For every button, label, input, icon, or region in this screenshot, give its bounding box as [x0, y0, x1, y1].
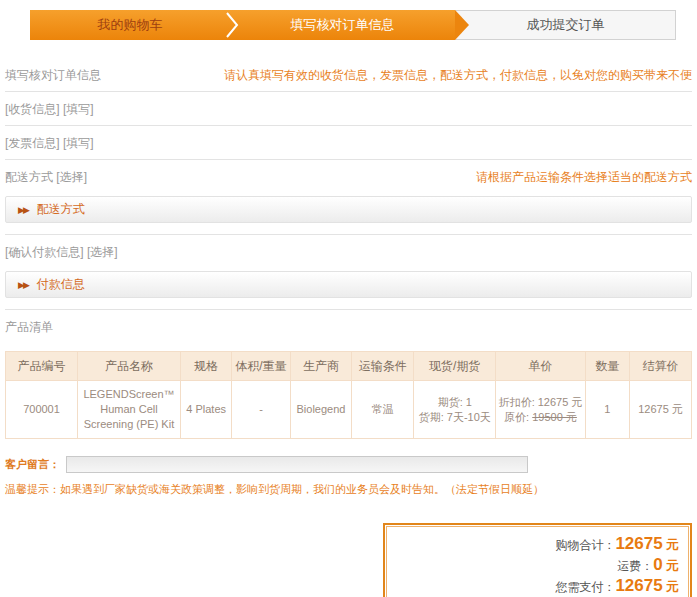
product-transport-condition: 常温: [352, 381, 414, 439]
shipping-info-label: [收货信息]: [5, 102, 60, 116]
step-fill-order-info[interactable]: 填写核对订单信息: [230, 10, 455, 40]
col-transport: 运输条件: [352, 352, 414, 381]
shipping-info-row: [收货信息] [填写]: [5, 92, 692, 125]
section-hint: 请认真填写有效的收货信息，发票信息，配送方式，付款信息，以免对您的购买带来不便: [224, 67, 692, 84]
section-header-row: 填写核对订单信息 请认真填写有效的收货信息，发票信息，配送方式，付款信息，以免对…: [5, 58, 692, 91]
original-price-label: 原价:: [504, 411, 532, 423]
col-settle-price: 结算价: [630, 352, 692, 381]
product-list-title: 产品清单: [5, 319, 53, 336]
product-stock: 期货: 1 货期: 7天-10天: [414, 381, 496, 439]
double-arrow-icon: ▶▶: [18, 280, 28, 290]
product-quantity: 1: [585, 381, 630, 439]
invoice-info-row: [发票信息] [填写]: [5, 126, 692, 159]
col-volume-weight: 体积/重量: [232, 352, 290, 381]
payment-label: [确认付款信息]: [5, 245, 84, 259]
col-spec: 规格: [180, 352, 231, 381]
delivery-method-bar[interactable]: ▶▶ 配送方式: [5, 196, 692, 223]
subtotal-unit: 元: [666, 537, 679, 552]
shipping-fee-unit: 元: [666, 558, 679, 573]
payable-line: 您需支付：12675 元: [396, 576, 679, 597]
product-list-header-row: 产品清单: [5, 310, 692, 343]
customer-message-input[interactable]: [66, 456, 528, 473]
stock-line1: 期货: 1: [438, 396, 472, 408]
product-table: 产品编号 产品名称 规格 体积/重量 生产商 运输条件 现货/期货 单价 数量 …: [5, 351, 692, 439]
shipping-fee-label: 运费：: [617, 559, 653, 573]
subtotal-value: 12675: [615, 534, 662, 553]
product-spec: 4 Plates: [180, 381, 231, 439]
arrow-right-icon: [455, 10, 469, 40]
product-unit-price: 折扣价: 12675 元 原价: 19500 元: [496, 381, 585, 439]
col-product-name: 产品名称: [78, 352, 181, 381]
order-confirm-page: 我的购物车 填写核对订单信息 成功提交订单 填写核对订单信息 请认真填写有效的收…: [0, 10, 697, 597]
delivery-select-link[interactable]: [选择]: [56, 170, 87, 184]
delivery-label: 配送方式: [5, 170, 53, 184]
shipping-fill-link[interactable]: [填写]: [63, 102, 94, 116]
original-price: 19500 元: [532, 411, 577, 423]
delivery-hint: 请根据产品运输条件选择适当的配送方式: [476, 169, 692, 186]
checkout-progress-steps: 我的购物车 填写核对订单信息 成功提交订单: [30, 10, 676, 40]
payment-select-link[interactable]: [选择]: [87, 245, 118, 259]
col-product-id: 产品编号: [6, 352, 78, 381]
section-title: 填写核对订单信息: [5, 67, 101, 84]
subtotal-label: 购物合计：: [555, 538, 615, 552]
product-manufacturer: Biolegend: [290, 381, 352, 439]
invoice-info-label: [发票信息]: [5, 136, 60, 150]
table-row: 700001 LEGENDScreen™ Human Cell Screenin…: [6, 381, 692, 439]
totals-wrapper: 购物合计：12675 元 运费：0 元 您需支付：12675 元 最终实付金额以…: [5, 523, 692, 597]
invoice-fill-link[interactable]: [填写]: [63, 136, 94, 150]
customer-message-row: 客户留言：: [5, 456, 692, 473]
col-quantity: 数量: [585, 352, 630, 381]
subtotal-line: 购物合计：12675 元: [396, 534, 679, 555]
notice-text: 温馨提示：如果遇到厂家缺货或海关政策调整，影响到货周期，我们的业务员会及时告知。…: [5, 482, 692, 497]
totals-box-inner: 购物合计：12675 元 运费：0 元 您需支付：12675 元 最终实付金额以…: [386, 526, 689, 597]
delivery-bar-label: 配送方式: [37, 201, 85, 218]
product-volume-weight: -: [232, 381, 290, 439]
payment-bar-label: 付款信息: [37, 276, 85, 293]
payable-label: 您需支付：: [555, 580, 615, 594]
delivery-header-row: 配送方式 [选择] 请根据产品运输条件选择适当的配送方式: [5, 160, 692, 193]
payable-value: 12675: [615, 576, 662, 595]
payment-info-bar[interactable]: ▶▶ 付款信息: [5, 271, 692, 298]
product-id-link[interactable]: 700001: [6, 381, 78, 439]
step-my-cart[interactable]: 我的购物车: [30, 10, 230, 40]
table-header-row: 产品编号 产品名称 规格 体积/重量 生产商 运输条件 现货/期货 单价 数量 …: [6, 352, 692, 381]
double-arrow-icon: ▶▶: [18, 205, 28, 215]
progress-active-segment: 我的购物车 填写核对订单信息: [30, 10, 455, 40]
col-manufacturer: 生产商: [290, 352, 352, 381]
payable-unit: 元: [666, 579, 679, 594]
payment-header-row: [确认付款信息] [选择]: [5, 235, 692, 268]
stock-line2: 货期: 7天-10天: [419, 411, 491, 423]
totals-box: 购物合计：12675 元 运费：0 元 您需支付：12675 元 最终实付金额以…: [383, 523, 692, 597]
customer-message-label: 客户留言：: [5, 457, 60, 472]
product-name-link[interactable]: LEGENDScreen™ Human Cell Screening (PE) …: [78, 381, 181, 439]
step-order-submitted[interactable]: 成功提交订单: [455, 10, 676, 40]
shipping-fee-value: 0: [653, 555, 662, 574]
discount-price: 折扣价: 12675 元: [499, 396, 583, 408]
col-stock: 现货/期货: [414, 352, 496, 381]
shipping-fee-line: 运费：0 元: [396, 555, 679, 576]
col-unit-price: 单价: [496, 352, 585, 381]
chevron-separator-icon: [224, 10, 240, 40]
product-settle-price: 12675 元: [630, 381, 692, 439]
